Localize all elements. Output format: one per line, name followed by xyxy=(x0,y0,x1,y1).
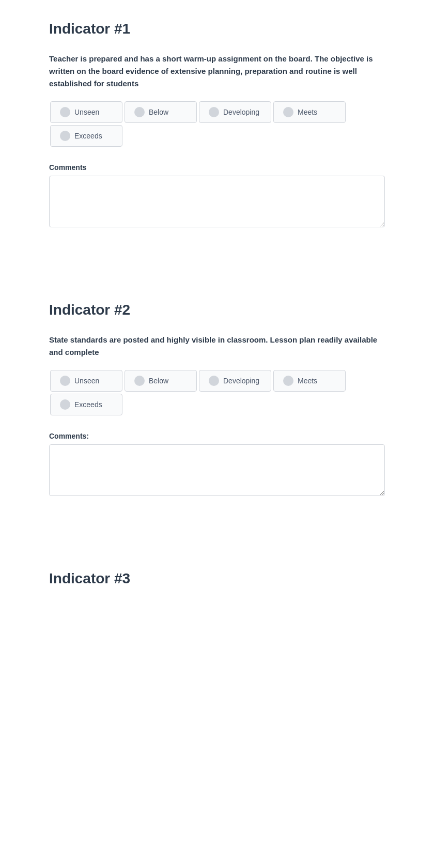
rating-label-unseen-1: Unseen xyxy=(74,108,99,116)
indicator-2-title: Indicator #2 xyxy=(49,302,385,318)
comments-label-2: Comments: xyxy=(49,432,385,440)
rating-option-developing-1[interactable]: Developing xyxy=(199,101,271,123)
rating-label-unseen-2: Unseen xyxy=(74,377,99,385)
indicator-2-rating-options: Unseen Below Developing Meets Exceeds xyxy=(49,369,385,416)
radio-developing-2 xyxy=(209,376,219,386)
comments-textarea-2[interactable] xyxy=(49,444,385,496)
comments-label-1: Comments xyxy=(49,163,385,172)
indicator-1-rating-options: Unseen Below Developing Meets Exceeds xyxy=(49,100,385,148)
radio-unseen-1 xyxy=(60,107,70,117)
rating-label-developing-1: Developing xyxy=(223,108,259,116)
rating-option-meets-1[interactable]: Meets xyxy=(273,101,346,123)
rating-option-developing-2[interactable]: Developing xyxy=(199,370,271,392)
indicator-section-2: Indicator #2 State standards are posted … xyxy=(49,302,385,498)
spacer-1 xyxy=(49,260,385,302)
indicator-3-title: Indicator #3 xyxy=(49,570,385,587)
rating-label-developing-2: Developing xyxy=(223,377,259,385)
page-container: Indicator #1 Teacher is prepared and has… xyxy=(0,0,434,639)
indicator-section-1: Indicator #1 Teacher is prepared and has… xyxy=(49,21,385,229)
rating-option-below-2[interactable]: Below xyxy=(125,370,197,392)
indicator-1-title: Indicator #1 xyxy=(49,21,385,37)
spacer-2 xyxy=(49,529,385,570)
radio-unseen-2 xyxy=(60,376,70,386)
rating-label-exceeds-2: Exceeds xyxy=(74,400,102,409)
radio-meets-2 xyxy=(283,376,293,386)
rating-label-below-2: Below xyxy=(149,377,168,385)
rating-option-unseen-2[interactable]: Unseen xyxy=(50,370,122,392)
rating-option-below-1[interactable]: Below xyxy=(125,101,197,123)
comments-section-1: Comments xyxy=(49,163,385,229)
rating-label-meets-1: Meets xyxy=(298,108,317,116)
comments-textarea-1[interactable] xyxy=(49,176,385,227)
rating-label-exceeds-1: Exceeds xyxy=(74,132,102,140)
radio-developing-1 xyxy=(209,107,219,117)
radio-meets-1 xyxy=(283,107,293,117)
comments-section-2: Comments: xyxy=(49,432,385,498)
rating-label-meets-2: Meets xyxy=(298,377,317,385)
indicator-section-3: Indicator #3 xyxy=(49,570,385,587)
radio-below-1 xyxy=(134,107,145,117)
rating-option-exceeds-2[interactable]: Exceeds xyxy=(50,394,122,415)
rating-label-below-1: Below xyxy=(149,108,168,116)
indicator-1-description: Teacher is prepared and has a short warm… xyxy=(49,53,385,90)
rating-option-meets-2[interactable]: Meets xyxy=(273,370,346,392)
radio-exceeds-2 xyxy=(60,399,70,410)
radio-below-2 xyxy=(134,376,145,386)
radio-exceeds-1 xyxy=(60,131,70,141)
rating-option-exceeds-1[interactable]: Exceeds xyxy=(50,125,122,147)
rating-option-unseen-1[interactable]: Unseen xyxy=(50,101,122,123)
indicator-2-description: State standards are posted and highly vi… xyxy=(49,334,385,359)
